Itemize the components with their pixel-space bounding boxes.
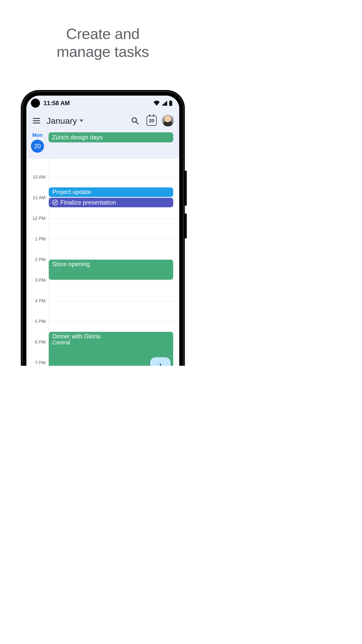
- phone-side-button-2: [185, 213, 187, 238]
- hour-label: 7 PM: [26, 360, 47, 366]
- phone-side-button-1: [185, 171, 187, 206]
- create-fab[interactable]: [150, 357, 171, 366]
- day-of-week: Mon: [32, 132, 42, 138]
- day-gutter[interactable]: Mon 20: [26, 132, 49, 153]
- menu-button[interactable]: [31, 115, 42, 126]
- hour-label: 10 AM: [26, 175, 47, 180]
- wifi-icon: [154, 101, 160, 106]
- today-number: 20: [149, 118, 154, 124]
- svg-rect-0: [169, 101, 172, 106]
- today-button[interactable]: 20: [146, 115, 158, 127]
- app-header: January 20: [26, 111, 179, 131]
- hour-label: 3 PM: [26, 278, 47, 283]
- svg-line-3: [136, 122, 138, 124]
- front-camera: [31, 99, 40, 108]
- hour-label: 12 PM: [26, 216, 47, 221]
- month-picker[interactable]: January: [47, 116, 83, 126]
- status-time: 11:58 AM: [43, 100, 70, 107]
- event-title: Finalize presentation: [60, 199, 116, 206]
- day-header: Mon 20 Zürich design days: [26, 131, 179, 158]
- events-layer: Project updateFinalize presentationStore…: [49, 158, 173, 366]
- svg-rect-1: [170, 100, 171, 101]
- calendar-today-icon: 20: [147, 116, 157, 126]
- event-title: Project update: [52, 188, 170, 195]
- hour-label: 1 PM: [26, 236, 47, 242]
- day-date: 20: [31, 140, 44, 153]
- headline-line2: manage tasks: [57, 43, 149, 60]
- timeline[interactable]: 10 AM11 AM12 PM1 PM2 PM3 PM4 PM5 PM6 PM7…: [26, 158, 179, 366]
- status-bar: 11:58 AM: [26, 96, 179, 111]
- calendar-event[interactable]: Project update: [49, 187, 173, 197]
- hour-label: 6 PM: [26, 340, 47, 345]
- hamburger-icon: [33, 118, 40, 124]
- calendar-event[interactable]: Store opening: [49, 260, 173, 280]
- search-button[interactable]: [129, 115, 141, 127]
- event-title: Dinner with Gloria: [52, 333, 170, 340]
- hour-label: 11 AM: [26, 195, 47, 200]
- allday-event-title: Zürich design days: [52, 134, 103, 141]
- plus-icon: [156, 363, 165, 366]
- chevron-down-icon: [79, 119, 83, 122]
- headline-line1: Create and: [66, 25, 140, 42]
- marketing-headline: Create and manage tasks: [0, 25, 206, 61]
- cell-signal-icon: [162, 101, 167, 106]
- hour-label: 2 PM: [26, 257, 47, 262]
- allday-event[interactable]: Zürich design days: [49, 132, 173, 142]
- status-icons: [154, 100, 172, 106]
- account-avatar[interactable]: [162, 115, 174, 127]
- event-title: Store opening: [52, 261, 170, 268]
- task-check-icon: [52, 200, 58, 205]
- hour-label: 5 PM: [26, 319, 47, 324]
- search-icon: [131, 117, 139, 125]
- phone-screen: 11:58 AM January 20: [26, 96, 179, 366]
- hour-label: 4 PM: [26, 298, 47, 304]
- month-label: January: [47, 116, 77, 126]
- task-event[interactable]: Finalize presentation: [49, 198, 173, 207]
- battery-icon: [169, 100, 172, 106]
- event-subtitle: Central: [52, 339, 170, 346]
- phone-frame: 11:58 AM January 20: [21, 90, 185, 366]
